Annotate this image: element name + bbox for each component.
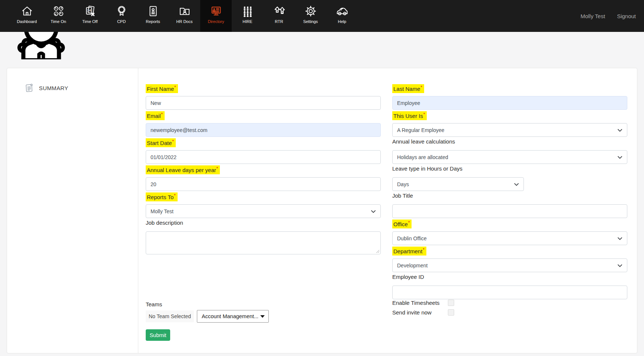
field-this-user-is: This User Is* A Regular Employee [392, 111, 627, 137]
field-annual-leave-calculations: Annual leave calculations Holidays are a… [392, 138, 627, 164]
sidebar-item-summary[interactable]: SUMMARY [24, 83, 68, 93]
arrows-up-people-icon [273, 5, 285, 17]
start-date-input[interactable] [146, 150, 381, 164]
nav-item-label: Directory [208, 19, 224, 24]
nav-item-label: Help [338, 19, 346, 24]
field-department: Department* Development [392, 247, 627, 272]
chevron-down-icon [371, 210, 376, 213]
nav-item-rtr[interactable]: RTR [263, 0, 295, 32]
monitor-person-icon [210, 5, 222, 17]
this-user-is-select[interactable]: A Regular Employee [392, 123, 627, 137]
annual-leave-days-label: Annual Leave days per year* [146, 165, 220, 174]
sidebar-divider [138, 68, 138, 353]
this-user-is-label: This User Is* [392, 111, 427, 120]
required-asterisk: * [172, 139, 174, 144]
home-icon [21, 5, 33, 17]
nav-user-area: Molly Test Signout [581, 0, 636, 32]
nav-item-directory[interactable]: Directory [200, 0, 232, 32]
field-annual-leave-days: Annual Leave days per year* [146, 165, 381, 191]
job-title-input[interactable] [392, 204, 627, 218]
send-invite-now-checkbox[interactable] [448, 309, 454, 316]
nav-item-settings[interactable]: Settings [295, 0, 326, 32]
employee-id-input[interactable] [392, 286, 627, 299]
first-name-input[interactable] [146, 96, 381, 110]
required-asterisk: * [421, 85, 422, 89]
chevron-down-icon [618, 129, 622, 132]
required-asterisk: * [423, 247, 424, 252]
leave-type-select[interactable]: Days [392, 177, 524, 191]
chevron-down-icon [618, 156, 622, 159]
folder-person-icon [178, 5, 191, 17]
field-reports-to: Reports To* Molly Test [146, 192, 381, 218]
nav-item-hire[interactable]: HIRE [232, 0, 263, 32]
notepad-icon [24, 83, 34, 93]
required-asterisk: * [174, 85, 176, 89]
field-first-name: First Name* [146, 84, 381, 110]
start-date-label: Start Date* [146, 138, 176, 147]
field-leave-type: Leave type in Hours or Days Days [392, 165, 627, 191]
required-asterisk: * [174, 193, 175, 198]
nav-item-dashboard[interactable]: Dashboard [11, 0, 43, 32]
signout-link[interactable]: Signout [617, 13, 636, 19]
job-description-textarea[interactable] [146, 231, 381, 254]
field-teams: Teams No Team Selected Account Managemen… [146, 301, 381, 323]
annual-leave-calculations-label: Annual leave calculations [392, 138, 455, 145]
employee-id-label: Employee ID [392, 274, 424, 280]
submit-button[interactable]: Submit [146, 329, 170, 341]
nav-item-time-off[interactable]: 14 Time Off [74, 0, 106, 32]
employee-bust-icon [11, 32, 71, 59]
nav-item-hr-docs[interactable]: HR Docs [169, 0, 200, 32]
calendar-x-icon: 14 [84, 5, 96, 17]
required-asterisk: * [423, 112, 425, 116]
resize-grip-icon[interactable] [376, 250, 380, 253]
enable-timesheets-checkbox[interactable] [448, 300, 454, 306]
first-name-label: First Name* [146, 84, 178, 93]
field-start-date: Start Date* [146, 138, 381, 164]
award-icon [115, 5, 128, 17]
annual-leave-calculations-select[interactable]: Holidays are allocated [392, 150, 627, 164]
nav-item-reports[interactable]: Reports [137, 0, 169, 32]
sidebar-item-label: SUMMARY [39, 85, 68, 91]
department-select[interactable]: Development [392, 258, 627, 272]
clocks-icon [52, 5, 65, 17]
field-job-title: Job Title [392, 192, 627, 218]
triangle-down-icon [260, 315, 265, 318]
nav-item-cpd[interactable]: CPD [106, 0, 137, 32]
field-last-name: Last Name* [392, 84, 627, 110]
last-name-input[interactable] [392, 96, 627, 110]
svg-text:14: 14 [87, 9, 91, 12]
last-name-label: Last Name* [392, 84, 424, 93]
leave-type-label: Leave type in Hours or Days [392, 165, 462, 172]
teams-selected-state: No Team Selected [146, 310, 194, 322]
nav-item-time-on[interactable]: Time On [43, 0, 74, 32]
nav-items: Dashboard Time On 14 Time Off CPD [11, 0, 358, 32]
office-select[interactable]: Dublin Office [392, 231, 627, 245]
nav-item-label: Dashboard [17, 19, 37, 24]
nav-item-help[interactable]: Help [326, 0, 358, 32]
office-label: Office* [392, 220, 412, 228]
field-send-invite-now: Send invite now [392, 309, 454, 316]
nav-item-label: Settings [303, 19, 318, 24]
field-employee-id: Employee ID [392, 274, 627, 299]
enable-timesheets-label: Enable Timesheets [392, 300, 448, 306]
required-asterisk: * [161, 112, 163, 116]
department-label: Department* [392, 247, 426, 256]
reports-to-label: Reports To* [146, 192, 178, 201]
email-label: Email* [146, 111, 165, 120]
field-office: Office* Dublin Office [392, 220, 627, 245]
email-input[interactable] [146, 123, 381, 137]
nav-item-label: CPD [117, 19, 126, 24]
reports-to-select[interactable]: Molly Test [146, 204, 381, 218]
chevron-down-icon [618, 264, 622, 267]
nav-item-label: HR Docs [176, 19, 192, 24]
field-enable-timesheets: Enable Timesheets [392, 300, 454, 306]
required-asterisk: * [217, 166, 218, 171]
teams-label: Teams [146, 301, 162, 307]
nav-item-label: HIRE [242, 19, 252, 24]
chevron-down-icon [514, 183, 519, 186]
user-name-link[interactable]: Molly Test [581, 13, 605, 19]
annual-leave-days-input[interactable] [146, 177, 381, 191]
top-nav-bar: Dashboard Time On 14 Time Off CPD [0, 0, 644, 32]
beetle-car-icon [336, 5, 349, 17]
teams-dropdown[interactable]: Account Management... [197, 310, 269, 323]
